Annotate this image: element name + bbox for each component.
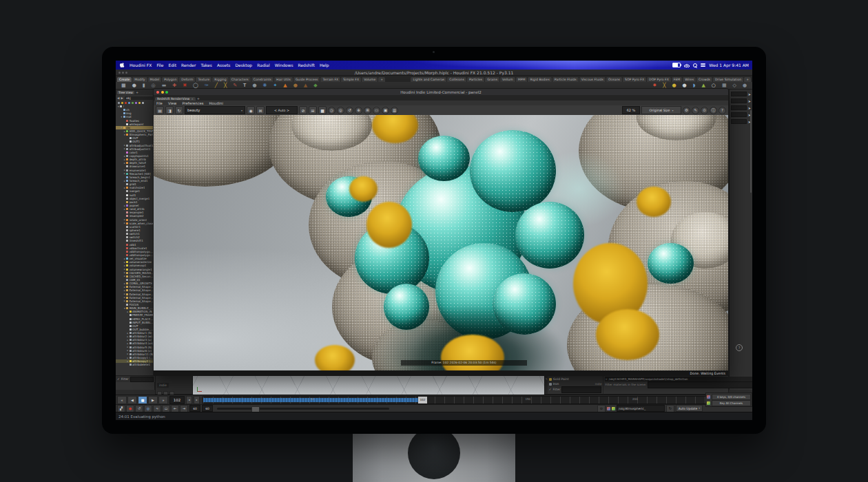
frame-back-button[interactable]: ◂ — [186, 396, 192, 404]
param-field[interactable] — [731, 112, 747, 117]
jump-arrow-icon[interactable]: ➤ — [748, 106, 751, 110]
toolbar-circle-icon[interactable]: ▭ — [373, 107, 380, 114]
refresh-icon[interactable]: ↻ — [666, 405, 674, 412]
renderview-menu-item[interactable]: Preferences — [182, 101, 203, 105]
renderview-menu-item[interactable]: File — [156, 101, 163, 105]
magnifier-icon[interactable]: ⊙ — [597, 405, 606, 412]
shelf-tool-icon[interactable]: ● — [132, 82, 136, 90]
close-icon[interactable]: × — [605, 377, 607, 381]
window-traffic-lights[interactable] — [156, 91, 168, 94]
image-size-dropdown[interactable]: Original Size — [641, 106, 681, 114]
shelf-tab[interactable]: Terrain FX — [320, 77, 340, 82]
menubar-clock[interactable]: Wed 1 Apr 9:41 AM — [709, 63, 749, 67]
wifi-icon[interactable] — [684, 63, 690, 67]
forward-arrow-icon[interactable]: ▶ — [121, 96, 123, 100]
transport-button[interactable]: « — [117, 396, 127, 404]
toolbar-icon[interactable]: ⊞ — [309, 106, 317, 114]
key-all-channels-dropdown[interactable]: Key All Channels — [712, 400, 751, 406]
help-icon[interactable]: ? — [736, 344, 743, 351]
param-field[interactable] — [731, 92, 747, 96]
shelf-tool-icon[interactable]: ◇ — [733, 82, 736, 90]
param-field[interactable] — [731, 105, 747, 110]
minimize-window-button[interactable] — [161, 91, 164, 94]
shelf-tab[interactable]: Rigid Bodies — [528, 77, 551, 82]
menubar-item[interactable]: Assets — [217, 63, 231, 67]
tree-expand-arrow[interactable]: ▸ — [127, 349, 130, 352]
tree-path-field[interactable]: obj — [125, 96, 153, 100]
scope-icon[interactable] — [607, 407, 610, 410]
param-field[interactable] — [731, 119, 747, 124]
menubar-item[interactable]: Takes — [200, 63, 211, 67]
toolbar-icon[interactable]: ■ — [318, 106, 327, 114]
toolbar-icon[interactable]: ↻ — [175, 106, 183, 114]
tree-item[interactable]: attribdelete1 — [116, 363, 154, 366]
apple-menu-icon[interactable] — [120, 63, 125, 68]
shelf-tab[interactable]: Volume — [362, 77, 378, 82]
back-arrow-icon[interactable]: ◀ — [117, 96, 119, 100]
menubar-item[interactable]: Houdini FX — [130, 63, 152, 67]
shelf-tab[interactable]: Particle Fluids — [552, 77, 579, 82]
shelf-tab[interactable]: Grains — [485, 77, 499, 82]
battery-icon[interactable] — [672, 63, 681, 67]
window-traffic-lights[interactable] — [118, 72, 127, 74]
toolbar-circle-icon[interactable]: ↺ — [346, 107, 353, 114]
tree-expand-arrow[interactable]: ▸ — [127, 339, 130, 342]
shelf-tab[interactable]: Simple FX — [341, 77, 361, 82]
menubar-item[interactable]: Desktop — [235, 63, 252, 67]
filter-check-icon[interactable]: ✓ — [117, 377, 120, 381]
shelf-tool-icon[interactable]: ▮ — [143, 82, 145, 90]
fps-field[interactable]: 60 — [189, 405, 200, 412]
close-tab-icon[interactable]: × — [191, 97, 193, 101]
tab-tree-view[interactable]: Tree View — [117, 91, 134, 94]
transport-button[interactable]: ▶ — [148, 396, 158, 404]
menubar-item[interactable]: Redshift — [298, 63, 315, 67]
shelf-tab[interactable]: Oceans — [606, 77, 622, 82]
renderview-menu-item[interactable]: Houdini — [209, 101, 223, 105]
jump-arrow-icon[interactable]: ➤ — [748, 92, 751, 96]
renderview-menu-item[interactable]: View — [168, 101, 177, 105]
shelf-tab[interactable]: Particles — [467, 77, 484, 82]
tree-expand-arrow[interactable]: ▾ — [121, 116, 123, 118]
transport-button[interactable]: ■ — [138, 396, 147, 404]
tree-expand-arrow[interactable]: ▸ — [127, 360, 130, 363]
timeline-ruler[interactable]: 50100150200 102 — [203, 396, 719, 404]
auto-update-dropdown[interactable]: Auto Update — [676, 405, 703, 412]
scene-filter-input[interactable] — [648, 381, 752, 388]
shelf-tab[interactable]: Vellum — [500, 77, 515, 82]
shelf-tool-icon[interactable]: ■ — [121, 82, 126, 90]
new-tab-button[interactable]: + — [136, 90, 138, 94]
scrollbar[interactable] — [750, 110, 752, 193]
close-window-button[interactable] — [156, 91, 159, 94]
transport-button[interactable]: ◀ — [127, 396, 137, 404]
new-pane-tab-button[interactable]: + — [197, 96, 200, 101]
toolbar-circle-icon[interactable]: ⊞ — [364, 107, 371, 114]
shelf-tab[interactable]: Lights and Cameras — [411, 77, 446, 82]
playbar-tool-icon[interactable]: ● — [126, 405, 134, 412]
tree-filter-input[interactable] — [130, 377, 154, 382]
shelf-tab[interactable]: Viscous Fluids — [579, 77, 606, 82]
toolbar-icon[interactable]: ⊠ — [256, 106, 265, 114]
toolbar-circle-icon[interactable]: ◎ — [337, 107, 344, 114]
toolbar-icon[interactable]: ▤ — [156, 106, 164, 114]
fps-field2[interactable]: 60 — [202, 405, 213, 412]
toolbar-circle-icon[interactable]: ⊙ — [701, 107, 708, 114]
toolbar-icon[interactable]: ⊘ — [299, 106, 307, 114]
toolbar-circle-icon[interactable]: ? — [719, 107, 726, 114]
tree-expand-arrow[interactable]: ▸ — [127, 357, 130, 359]
playhead[interactable]: 102 — [418, 397, 427, 404]
frame-forward-button[interactable]: ▸ — [194, 396, 200, 404]
timeline-zoom-slider[interactable] — [217, 408, 389, 410]
menubar-item[interactable]: Radial — [257, 63, 270, 67]
toolbar-circle-icon[interactable]: ⚙ — [683, 107, 690, 114]
jump-arrow-icon[interactable]: ➤ — [748, 99, 751, 103]
zoom-window-button[interactable] — [165, 91, 168, 94]
tree-expand-arrow[interactable]: ▸ — [127, 353, 130, 355]
menubar-item[interactable]: File — [156, 63, 163, 67]
toolbar-circle-icon[interactable]: ⓘ — [710, 107, 717, 114]
transport-button[interactable]: » — [158, 396, 168, 404]
material-item[interactable]: Gold Paint — [549, 377, 602, 381]
control-center-icon[interactable] — [701, 63, 705, 67]
tree-expand-arrow[interactable]: ▸ — [127, 335, 130, 338]
playbar-tool-icon[interactable]: ◎ — [144, 405, 152, 412]
toolbar-icon[interactable]: ◨ — [165, 106, 174, 114]
